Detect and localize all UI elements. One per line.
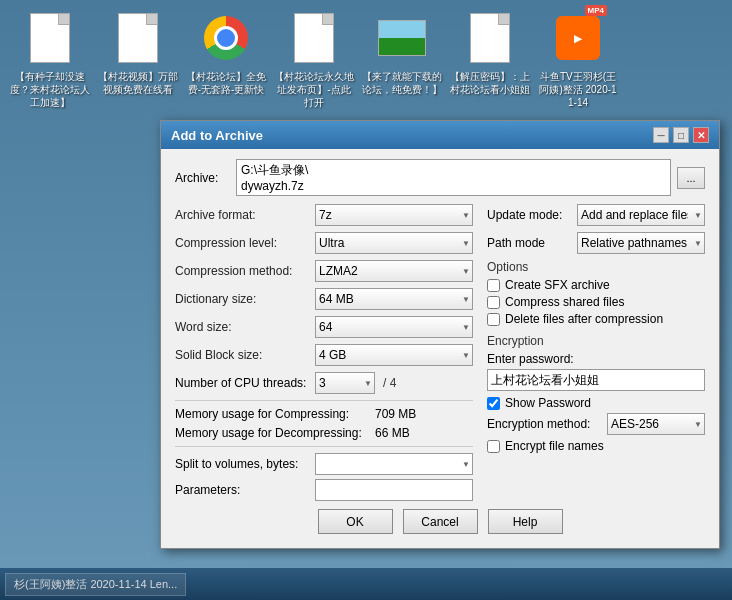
compress-shared-row: Compress shared files (487, 295, 705, 309)
parameters-label: Parameters: (175, 483, 315, 497)
enter-password-label: Enter password: (487, 352, 705, 366)
memory-compress-row: Memory usage for Compressing: 709 MB (175, 407, 473, 421)
desktop-icon-label-4: 【村花论坛永久地址发布页】-点此打开 (274, 70, 354, 109)
archive-format-select[interactable]: 7z (315, 204, 473, 226)
encrypt-names-row: Encrypt file names (487, 439, 705, 453)
archive-format-label: Archive format: (175, 208, 315, 222)
cpu-threads-row: Number of CPU threads: 3 / 4 (175, 372, 473, 394)
desktop: 【有种子却没速度？来村花论坛人工加速】 【村花视频】万部视频免费在线看 【村花论… (0, 0, 732, 600)
desktop-icon-label-2: 【村花视频】万部视频免费在线看 (98, 70, 178, 96)
compress-shared-label[interactable]: Compress shared files (505, 295, 624, 309)
delete-files-label[interactable]: Delete files after compression (505, 312, 663, 326)
cancel-button[interactable]: Cancel (403, 509, 478, 534)
update-mode-label: Update mode: (487, 208, 577, 222)
dialog-right-column: Update mode: Add and replace files Path … (487, 204, 705, 501)
desktop-icon-label-5: 【来了就能下载的论坛，纯免费！】 (362, 70, 442, 96)
split-volumes-row: Split to volumes, bytes: (175, 453, 473, 475)
dictionary-size-select[interactable]: 64 MB (315, 288, 473, 310)
dialog-title: Add to Archive (171, 128, 263, 143)
show-password-row: Show Password (487, 396, 705, 410)
archive-path-line2: dywayzh.7z (241, 179, 666, 193)
cpu-threads-select-wrap: 3 (315, 372, 375, 394)
compress-shared-checkbox[interactable] (487, 296, 500, 309)
desktop-icon-landscape[interactable]: 【来了就能下载的论坛，纯免费！】 (362, 10, 442, 109)
encrypt-names-label[interactable]: Encrypt file names (505, 439, 604, 453)
parameters-input[interactable] (315, 479, 473, 501)
cpu-threads-max: / 4 (383, 376, 396, 390)
update-mode-select-wrap: Add and replace files (577, 204, 705, 226)
file-icon-4 (290, 10, 338, 66)
compression-method-select[interactable]: LZMA2 (315, 260, 473, 282)
close-button[interactable]: ✕ (693, 127, 709, 143)
show-password-label[interactable]: Show Password (505, 396, 591, 410)
cpu-threads-select[interactable]: 3 (315, 372, 375, 394)
archive-format-row: Archive format: 7z (175, 204, 473, 226)
dialog-left-column: Archive format: 7z Compression level: Ul… (175, 204, 473, 501)
compression-method-select-wrap: LZMA2 (315, 260, 473, 282)
solid-block-label: Solid Block size: (175, 348, 315, 362)
file-icon-6 (466, 10, 514, 66)
update-mode-select[interactable]: Add and replace files (577, 204, 705, 226)
desktop-icon-label-1: 【有种子却没速度？来村花论坛人工加速】 (10, 70, 90, 109)
desktop-icon-mp4[interactable]: ▶ MP4 斗鱼TV王羽杉(王阿姨)整活 2020-11-14 (538, 10, 618, 109)
maximize-button[interactable]: □ (673, 127, 689, 143)
desktop-icon-6[interactable]: 【解压密码】：上村花论坛看小姐姐 (450, 10, 530, 109)
delete-files-checkbox[interactable] (487, 313, 500, 326)
parameters-row: Parameters: (175, 479, 473, 501)
enc-method-select-wrap: AES-256 (607, 413, 705, 435)
update-mode-row: Update mode: Add and replace files (487, 204, 705, 226)
dictionary-size-label: Dictionary size: (175, 292, 315, 306)
desktop-icon-2[interactable]: 【村花视频】万部视频免费在线看 (98, 10, 178, 109)
dictionary-size-row: Dictionary size: 64 MB (175, 288, 473, 310)
create-sfx-label[interactable]: Create SFX archive (505, 278, 610, 292)
encrypt-names-checkbox[interactable] (487, 440, 500, 453)
word-size-label: Word size: (175, 320, 315, 334)
encryption-title: Encryption (487, 334, 705, 348)
archive-path-row: Archive: G:\斗鱼录像\ dywayzh.7z ... (175, 159, 705, 196)
encryption-section: Encryption Enter password: Show Password… (487, 334, 705, 453)
create-sfx-checkbox[interactable] (487, 279, 500, 292)
password-input[interactable] (487, 369, 705, 391)
desktop-icon-4[interactable]: 【村花论坛永久地址发布页】-点此打开 (274, 10, 354, 109)
archive-format-select-wrap: 7z (315, 204, 473, 226)
titlebar-buttons: ─ □ ✕ (653, 127, 709, 143)
taskbar-item[interactable]: 杉(王阿姨)整活 2020-11-14 Len... (5, 573, 186, 596)
help-button[interactable]: Help (488, 509, 563, 534)
split-volumes-input[interactable] (315, 453, 473, 475)
show-password-checkbox[interactable] (487, 397, 500, 410)
dialog-titlebar: Add to Archive ─ □ ✕ (161, 121, 719, 149)
memory-compress-value: 709 MB (375, 407, 416, 421)
browse-button[interactable]: ... (677, 167, 705, 189)
taskbar: 杉(王阿姨)整活 2020-11-14 Len... (0, 568, 732, 600)
split-volumes-label: Split to volumes, bytes: (175, 457, 315, 471)
add-to-archive-dialog: Add to Archive ─ □ ✕ Archive: G:\斗鱼录像\ d… (160, 120, 720, 549)
solid-block-select-wrap: 4 GB (315, 344, 473, 366)
desktop-icon-label-3: 【村花论坛】全免费-无套路-更新快 (186, 70, 266, 96)
options-section: Options Create SFX archive Compress shar… (487, 260, 705, 326)
enc-method-select[interactable]: AES-256 (607, 413, 705, 435)
path-mode-row: Path mode Relative pathnames (487, 232, 705, 254)
enc-method-label: Encryption method: (487, 417, 607, 431)
desktop-icon-chrome[interactable]: 【村花论坛】全免费-无套路-更新快 (186, 10, 266, 109)
path-mode-label: Path mode (487, 236, 577, 250)
dialog-columns: Archive format: 7z Compression level: Ul… (175, 204, 705, 501)
minimize-button[interactable]: ─ (653, 127, 669, 143)
ok-button[interactable]: OK (318, 509, 393, 534)
memory-decompress-row: Memory usage for Decompressing: 66 MB (175, 426, 473, 440)
create-sfx-row: Create SFX archive (487, 278, 705, 292)
word-size-select[interactable]: 64 (315, 316, 473, 338)
delete-files-row: Delete files after compression (487, 312, 705, 326)
archive-path-line1: G:\斗鱼录像\ (241, 162, 666, 179)
chrome-icon (202, 10, 250, 66)
dialog-body: Archive: G:\斗鱼录像\ dywayzh.7z ... Archive… (161, 149, 719, 548)
cpu-threads-label: Number of CPU threads: (175, 376, 315, 390)
mp4-badge: MP4 (585, 5, 607, 16)
desktop-icon-label-6: 【解压密码】：上村花论坛看小姐姐 (450, 70, 530, 96)
solid-block-select[interactable]: 4 GB (315, 344, 473, 366)
file-icon-2 (114, 10, 162, 66)
compression-level-select[interactable]: Ultra (315, 232, 473, 254)
memory-decompress-value: 66 MB (375, 426, 410, 440)
desktop-icon-1[interactable]: 【有种子却没速度？来村花论坛人工加速】 (10, 10, 90, 109)
path-mode-select[interactable]: Relative pathnames (577, 232, 705, 254)
compression-method-row: Compression method: LZMA2 (175, 260, 473, 282)
